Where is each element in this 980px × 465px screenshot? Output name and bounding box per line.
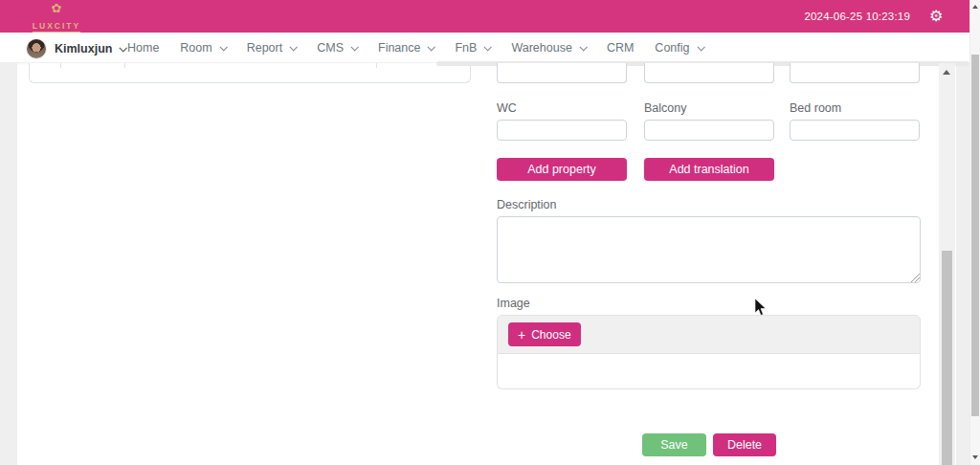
nav-item-fnb[interactable]: FnB [444, 41, 501, 55]
field-label-balcony: Balcony [644, 101, 686, 115]
chevron-down-icon [697, 43, 704, 51]
delete-button[interactable]: Delete [713, 433, 776, 456]
form-input-partial[interactable] [644, 63, 774, 83]
nav-item-home[interactable]: Home [117, 41, 169, 55]
page-gutter-left [0, 63, 17, 465]
choose-file-button[interactable]: + Choose [508, 322, 581, 346]
form-input-partial[interactable] [497, 63, 627, 83]
description-label: Description [497, 198, 557, 211]
field-label-bedroom: Bed room [790, 101, 841, 115]
wc-input[interactable] [497, 120, 627, 141]
upload-dropzone[interactable] [497, 354, 921, 389]
left-panel-cutoff [29, 63, 471, 83]
gear-icon[interactable]: ⚙ [929, 8, 943, 25]
vertical-scrollbar-inner[interactable] [939, 63, 955, 465]
nav-item-label: FnB [455, 41, 477, 55]
left-panel-divider [124, 63, 125, 68]
brand-name: LUXCITY [33, 21, 80, 33]
nav-item-label: Room [180, 41, 212, 55]
nav-menu: Home Room Report CMS Finance FnB Warehou… [117, 33, 714, 63]
scroll-up-arrow-icon[interactable] [972, 5, 978, 9]
vertical-scrollbar-outer[interactable] [969, 0, 980, 465]
add-translation-button[interactable]: Add translation [644, 158, 774, 181]
image-label: Image [497, 297, 530, 310]
chevron-down-icon [350, 43, 358, 51]
nav-item-crm[interactable]: CRM [596, 41, 644, 55]
plus-icon: + [518, 328, 525, 342]
choose-label: Choose [531, 328, 570, 342]
nav-item-label: Finance [378, 41, 420, 55]
nav-item-warehouse[interactable]: Warehouse [501, 41, 595, 55]
nav-item-finance[interactable]: Finance [368, 41, 444, 55]
add-property-button[interactable]: Add property [497, 158, 627, 181]
form-input-partial[interactable] [790, 63, 920, 83]
topbar: ✿ LUXCITY 2024-06-25 10:23:19 ⚙ [0, 0, 969, 33]
user-name: Kimluxjun [55, 42, 112, 55]
nav-item-room[interactable]: Room [169, 41, 235, 55]
description-textarea[interactable] [497, 216, 921, 283]
user-avatar[interactable] [27, 39, 46, 58]
chevron-down-icon [219, 43, 227, 51]
datetime-text: 2024-06-25 10:23:19 [804, 11, 910, 22]
nav-item-report[interactable]: Report [236, 41, 307, 55]
brand-logo[interactable]: ✿ LUXCITY [23, 2, 90, 32]
balcony-input[interactable] [644, 120, 774, 141]
left-panel-divider [60, 63, 61, 68]
field-label-wc: WC [497, 101, 517, 115]
nav-item-cms[interactable]: CMS [306, 41, 368, 55]
scrollbar-thumb[interactable] [942, 251, 952, 465]
nav-item-label: Home [127, 41, 159, 55]
left-panel-divider [376, 63, 377, 68]
scroll-down-arrow-icon[interactable] [972, 455, 978, 459]
nav-item-label: Warehouse [511, 41, 571, 55]
nav-item-label: CRM [607, 41, 634, 55]
scroll-up-arrow-icon[interactable] [943, 70, 950, 75]
chevron-down-icon [428, 43, 435, 51]
user-menu[interactable]: Kimluxjun [55, 38, 125, 59]
bedroom-input[interactable] [790, 120, 920, 141]
chevron-down-icon [484, 43, 492, 51]
nav-item-label: CMS [317, 41, 344, 55]
nav-item-label: Report [247, 41, 283, 55]
nav-item-label: Config [655, 41, 689, 55]
page-gutter-right [956, 63, 969, 465]
chevron-down-icon [579, 43, 587, 51]
scrollbar-thumb[interactable] [971, 55, 979, 416]
flower-icon: ✿ [23, 2, 90, 15]
save-button[interactable]: Save [642, 433, 706, 456]
nav-item-config[interactable]: Config [644, 41, 713, 55]
chevron-down-icon [290, 43, 298, 51]
app-window: ✿ LUXCITY 2024-06-25 10:23:19 ⚙ Kimluxju… [0, 0, 980, 465]
